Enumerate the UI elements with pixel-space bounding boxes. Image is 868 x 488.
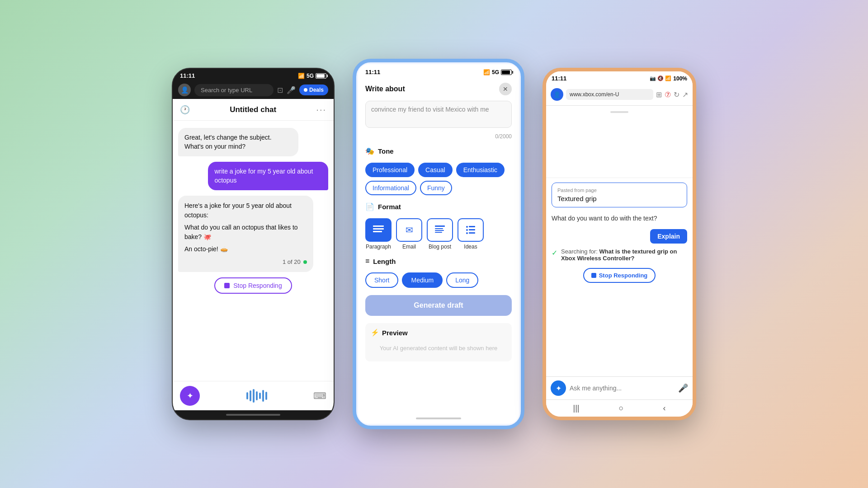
- format-section-header: 📄 Format: [365, 202, 512, 211]
- tone-section-header: 🎭 Tone: [365, 147, 512, 155]
- phone3-url-bar[interactable]: www.xbox.com/en-U: [566, 89, 653, 100]
- tone-chip-funny[interactable]: Funny: [420, 181, 452, 195]
- tone-chip-professional[interactable]: Professional: [365, 163, 415, 177]
- paragraph-label: Paragraph: [366, 244, 391, 250]
- length-medium[interactable]: Medium: [402, 272, 443, 288]
- wave-bar-1: [246, 392, 248, 399]
- phone1-url-icons: ⊡ 🎤: [277, 86, 296, 94]
- phone2-home-line: [416, 418, 461, 419]
- tone-chip-casual[interactable]: Casual: [418, 163, 453, 177]
- wave-bar-7: [265, 392, 267, 400]
- paragraph-icon-box: [365, 218, 392, 242]
- search-text: Searching for: What is the textured grip…: [561, 248, 687, 262]
- phone1-browser-bar: 👤 Search or type URL ⊡ 🎤 Deals: [173, 81, 334, 99]
- phone1-url-text: Search or type URL: [201, 87, 252, 94]
- phone1-bottom-bar: ✦ ⌨: [173, 381, 334, 410]
- phone3-stop-button[interactable]: Stop Responding: [583, 268, 656, 283]
- svg-rect-10: [469, 229, 475, 230]
- write-about-input[interactable]: convince my friend to visit Mexico with …: [365, 101, 512, 128]
- preview-header: ⚡ Preview: [371, 328, 506, 337]
- svg-rect-0: [373, 225, 384, 227]
- message-left-1: Great, let's change the subject. What's …: [178, 128, 298, 156]
- battery-icon-2: [501, 70, 512, 75]
- network-label: 5G: [307, 73, 314, 79]
- mic-icon-url[interactable]: 🎤: [287, 86, 296, 94]
- wave-bar-2: [250, 390, 251, 401]
- tone-chips: Professional Casual Enthusiastic Informa…: [365, 163, 512, 195]
- user-avatar-icon[interactable]: 👤: [551, 88, 563, 101]
- preview-section: ⚡ Preview Your AI generated content will…: [365, 323, 512, 361]
- searching-status: ✓ Searching for: What is the textured gr…: [552, 248, 687, 262]
- tab-grid-icon[interactable]: ⊞: [656, 90, 662, 99]
- nav-menu-icon[interactable]: |||: [573, 404, 580, 413]
- battery-icon: [316, 73, 326, 79]
- phone2-status-bar: 11:11 📶 5G: [358, 64, 519, 77]
- phone3-frame: 11:11 📷 🔇 📶 100% 👤 www.xbox.com/en-U ⊞ ⑦…: [542, 68, 696, 420]
- length-short[interactable]: Short: [365, 272, 398, 288]
- format-paragraph[interactable]: Paragraph: [365, 218, 392, 250]
- phone1-status-bar: 11:11 📶 5G: [173, 69, 334, 81]
- nav-home-icon[interactable]: ○: [619, 404, 624, 413]
- share-icon[interactable]: ⑦: [665, 90, 671, 99]
- ideas-label: Ideas: [464, 244, 477, 250]
- explain-button[interactable]: Explain: [650, 229, 687, 244]
- length-icon: ≡: [365, 257, 369, 265]
- home-bar-line: [226, 414, 280, 416]
- length-long[interactable]: Long: [446, 272, 478, 288]
- svg-point-11: [466, 232, 468, 234]
- phone3-mic-icon[interactable]: 🎤: [678, 383, 688, 393]
- url-text: www.xbox.com/en-U: [570, 91, 619, 98]
- ask-input[interactable]: [570, 385, 675, 392]
- svg-point-7: [466, 226, 468, 228]
- stop-responding-button[interactable]: Stop Responding: [214, 277, 292, 294]
- char-count: 0/2000: [365, 133, 512, 140]
- share-arrow-icon[interactable]: ↗: [682, 90, 688, 99]
- tone-chip-enthusiastic[interactable]: Enthusiastic: [456, 163, 505, 177]
- generate-draft-button[interactable]: Generate draft: [365, 295, 512, 316]
- phone1-frame: 11:11 📶 5G 👤 Search or type URL ⊡ 🎤 Deal…: [172, 68, 335, 420]
- stop-icon: [224, 283, 230, 288]
- blogpost-icon-box: [427, 218, 453, 242]
- phone2-home-bar: [358, 413, 519, 424]
- input-placeholder-text: convince my friend to visit Mexico with …: [371, 106, 489, 113]
- battery-pct: 100%: [673, 75, 687, 82]
- copilot-icon[interactable]: ✦: [551, 380, 566, 396]
- nav-back-icon[interactable]: ‹: [663, 404, 665, 413]
- format-label: Format: [378, 203, 401, 211]
- chat-body: Great, let's change the subject. What's …: [173, 121, 334, 381]
- refresh-icon[interactable]: ↻: [674, 90, 679, 99]
- format-blogpost[interactable]: Blog post: [427, 218, 453, 250]
- phone2-frame: 11:11 📶 5G Write about ✕ convince my fri…: [353, 59, 524, 429]
- svg-rect-3: [435, 225, 445, 227]
- phone1-avatar[interactable]: 👤: [178, 84, 191, 96]
- pasted-text: Textured grip: [557, 195, 681, 202]
- phone3-status-icons: 📷 🔇 📶 100%: [650, 75, 687, 82]
- length-chips: Short Medium Long: [365, 272, 512, 288]
- svg-rect-6: [435, 232, 442, 233]
- more-options-icon[interactable]: ···: [316, 104, 326, 115]
- mic-button[interactable]: ✦: [180, 386, 200, 406]
- history-icon[interactable]: 🕐: [180, 105, 190, 115]
- tone-chip-informational[interactable]: Informational: [365, 181, 416, 195]
- keyboard-icon[interactable]: ⌨: [313, 390, 326, 401]
- write-about-label: Write about: [365, 85, 405, 93]
- svg-rect-2: [373, 231, 382, 232]
- pasted-card: Pasted from page Textured grip: [552, 183, 687, 207]
- wave-bar-4: [256, 391, 258, 400]
- svg-rect-1: [373, 228, 384, 230]
- deals-button[interactable]: Deals: [299, 84, 328, 95]
- format-ideas[interactable]: Ideas: [458, 218, 484, 250]
- scan-icon[interactable]: ⊡: [277, 86, 283, 94]
- phone3-nav-bar: ||| ○ ‹: [546, 399, 693, 417]
- signal-icon: 📶: [298, 73, 305, 79]
- phone1-url-bar[interactable]: Search or type URL: [194, 84, 274, 96]
- phone2-container: 11:11 📶 5G Write about ✕ convince my fri…: [358, 64, 519, 424]
- audio-waves: [246, 389, 267, 403]
- email-icon-box: ✉: [396, 218, 422, 242]
- format-icon: 📄: [365, 202, 374, 211]
- close-button[interactable]: ✕: [499, 83, 512, 95]
- phone1-home-bar: [173, 410, 334, 419]
- wave-bar-3: [253, 389, 255, 403]
- what-to-do-question: What do you want to do with the text?: [552, 212, 687, 225]
- format-email[interactable]: ✉ Email: [396, 218, 422, 250]
